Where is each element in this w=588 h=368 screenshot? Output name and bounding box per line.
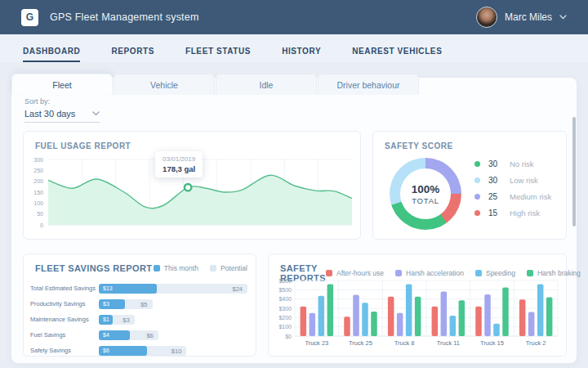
svg-text:Truck 15: Truck 15 [480, 339, 504, 347]
svg-text:100: 100 [33, 200, 43, 206]
legend-dot-icon [474, 194, 480, 200]
savings-row-label: Safety Savings [30, 347, 99, 354]
donut-center: 100% TOTAL [400, 168, 451, 219]
nav-item-nearest-vehicles[interactable]: NEAREST VEHICLES [352, 47, 442, 62]
nav-item-reports[interactable]: REPORTS [111, 47, 154, 62]
bar-truck-2-harsh-acceleration [528, 312, 535, 336]
chevron-down-icon [559, 15, 567, 20]
content-panel: Sort by: Last 30 days FUEL USAGE REPORT … [11, 78, 577, 363]
donut-total-value: 100% [412, 183, 440, 195]
savings-potential-value: $6 [146, 332, 153, 339]
svg-text:Truck 23: Truck 23 [305, 339, 328, 347]
svg-text:Truck 25: Truck 25 [349, 339, 372, 347]
legend-value: 30 [488, 176, 503, 185]
legend-value: 15 [488, 209, 503, 218]
svg-text:$100: $100 [278, 324, 292, 330]
fleet-savings-card: FLEET SAVINGS REPORT This monthPotential… [23, 254, 256, 357]
tooltip-date: 03/01/2019 [163, 155, 195, 163]
savings-potential-bar: $1$3 [99, 315, 135, 325]
legend-dot-icon [474, 161, 480, 167]
svg-text:$0: $0 [285, 334, 292, 339]
savings-this-month-bar: $3 [99, 299, 125, 309]
savings-potential-bar: $6$10 [99, 346, 186, 356]
legend-swatch-icon [154, 265, 160, 272]
svg-text:Truck 11: Truck 11 [437, 339, 460, 347]
savings-potential-value: $24 [232, 285, 243, 293]
safety-reports-chart: $0$100$200$300$400$500$600Truck 23Truck … [275, 276, 561, 354]
legend-label: Low risk [510, 176, 538, 185]
donut-total-label: TOTAL [412, 196, 439, 205]
savings-row-label: Total Estimated Savings [30, 285, 99, 292]
sort-by-select[interactable]: Last 30 days [24, 109, 100, 123]
nav-item-history[interactable]: HISTORY [282, 47, 321, 62]
bar-truck-23-speeding [318, 296, 325, 336]
user-avatar [476, 7, 497, 28]
savings-potential-value: $3 [122, 316, 129, 324]
bar-truck-8-harsh-acceleration [397, 313, 403, 336]
fuel-usage-card: FUEL USAGE REPORT 03/01/2019 178,3 gal 0… [23, 131, 361, 240]
legend-label: Potential [220, 264, 247, 272]
savings-legend-item-potential: Potential [210, 264, 247, 272]
legend-label: Medium risk [510, 192, 551, 201]
tooltip-value: 178,3 gal [163, 164, 195, 173]
legend-dot-icon [474, 177, 480, 183]
svg-text:Truck 2: Truck 2 [526, 339, 546, 347]
bar-truck-23-harsh-acceleration [310, 313, 316, 336]
tab-idle[interactable]: Idle [216, 74, 317, 95]
legend-label: No risk [510, 159, 534, 168]
legend-label: High risk [510, 209, 540, 218]
savings-row-productivity-savings: Productivity Savings$3$5 [30, 296, 249, 312]
savings-this-month-value: $3 [103, 301, 109, 307]
svg-text:$500: $500 [278, 287, 292, 293]
gps-fleet-dashboard: G GPS Fleet Management system Marc Miles… [0, 0, 588, 368]
fleet-savings-legend: This monthPotential [154, 264, 247, 272]
savings-row-label: Productivity Savings [30, 300, 99, 307]
user-menu[interactable]: Marc Miles [476, 7, 567, 28]
fleet-savings-rows: Total Estimated Savings$13$24Productivit… [30, 280, 249, 358]
safety-reports-card: SAFETY REPORTS After-hours useHarsh acce… [268, 254, 567, 357]
fleet-savings-title: FLEET SAVINGS REPORT [35, 263, 152, 273]
fleet-savings-header: FLEET SAVINGS REPORT This monthPotential [30, 261, 249, 273]
bar-truck-15-harsh-braking [502, 288, 509, 337]
savings-this-month-bar: $1 [99, 315, 113, 325]
savings-potential-bar: $4$6 [99, 330, 158, 340]
svg-text:Truck 8: Truck 8 [394, 339, 415, 347]
tab-fleet[interactable]: Fleet [11, 74, 113, 95]
bar-truck-15-speeding [493, 324, 500, 336]
chevron-down-icon [92, 111, 100, 116]
tab-bar: FleetVehicleIdleDriver behaviour [11, 74, 420, 95]
legend-value: 30 [488, 159, 503, 168]
score-legend-item-no-risk: 30No risk [474, 159, 551, 168]
chart-tooltip: 03/01/2019 178,3 gal [155, 151, 203, 177]
nav-item-fleet-status[interactable]: FLEET STATUS [185, 47, 251, 62]
savings-row-label: Fuel Savings [30, 331, 99, 339]
savings-this-month-bar: $13 [99, 284, 157, 294]
svg-text:0: 0 [40, 222, 43, 228]
svg-text:250: 250 [33, 168, 43, 173]
app-logo[interactable]: G [21, 9, 38, 26]
legend-swatch-icon [210, 265, 216, 272]
bar-truck-25-harsh-acceleration [353, 295, 359, 336]
legend-value: 25 [488, 192, 503, 201]
main-nav: DASHBOARDREPORTSFLEET STATUSHISTORYNEARE… [0, 34, 588, 62]
bar-truck-8-after-hours-use [388, 297, 394, 336]
svg-text:$600: $600 [278, 278, 292, 284]
savings-this-month-value: $4 [103, 332, 109, 338]
tab-vehicle[interactable]: Vehicle [114, 74, 215, 95]
chart-highlight-point[interactable] [185, 184, 191, 191]
savings-potential-bar: $13$24 [99, 284, 247, 294]
bar-truck-2-harsh-braking [546, 297, 553, 336]
svg-text:$400: $400 [278, 296, 292, 302]
bar-truck-15-after-hours-use [475, 307, 482, 336]
tab-driver-behaviour[interactable]: Driver behaviour [318, 74, 419, 95]
bar-truck-25-speeding [362, 303, 368, 336]
bar-truck-15-harsh-acceleration [484, 294, 491, 336]
savings-this-month-value: $1 [103, 316, 109, 322]
bar-truck-11-harsh-braking [459, 300, 466, 336]
app-logo-letter: G [26, 11, 33, 23]
user-name: Marc Miles [505, 11, 552, 23]
nav-item-dashboard[interactable]: DASHBOARD [23, 47, 80, 62]
bar-truck-2-speeding [537, 285, 544, 336]
scrollbar-thumb[interactable] [572, 117, 576, 227]
bar-truck-8-speeding [406, 285, 412, 336]
